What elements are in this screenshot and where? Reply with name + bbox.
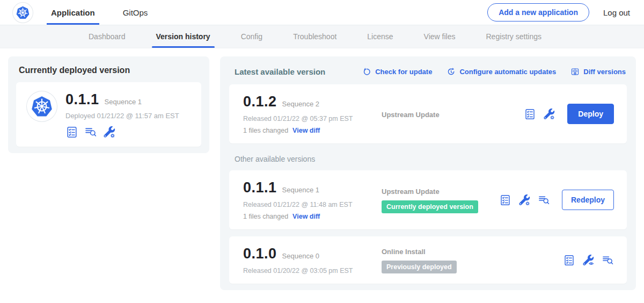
deployed-version-card: 0.1.1 Sequence 1 Deployed 01/21/22 @ 11:…: [16, 82, 201, 147]
sequence-label: Sequence 1: [282, 186, 319, 194]
view-config-icon[interactable]: [582, 254, 595, 266]
deployed-version-number: 0.1.1: [65, 91, 99, 108]
currently-deployed-panel: Currently deployed version 0.1.1 Sequenc…: [8, 56, 209, 153]
diff-versions-link[interactable]: Diff versions: [570, 67, 626, 76]
available-versions-panel: Latest available version Check for updat…: [220, 56, 636, 290]
released-timestamp: Released 01/21/22 @ 05:37 pm EST: [243, 115, 382, 122]
files-changed-label: 1 files changed: [243, 127, 288, 134]
deployed-panel-title: Currently deployed version: [16, 66, 201, 82]
clock-refresh-icon: [447, 67, 456, 76]
logout-button[interactable]: Log out: [603, 8, 630, 17]
redeploy-button[interactable]: Redeploy: [562, 190, 614, 210]
currently-deployed-badge: Currently deployed version: [382, 200, 478, 213]
view-diff-link[interactable]: View diff: [292, 127, 320, 134]
edit-config-icon[interactable]: [543, 108, 555, 120]
released-timestamp: Released 01/21/22 @ 11:48 am EST: [243, 201, 382, 208]
released-timestamp: Released 01/20/22 @ 03:05 pm EST: [243, 267, 382, 275]
version-number: 0.1.0: [243, 246, 277, 262]
other-available-versions-title: Other available versions: [235, 155, 627, 163]
view-logs-icon[interactable]: [602, 254, 614, 266]
kubernetes-logo-icon: [15, 5, 31, 20]
sequence-label: Sequence 2: [282, 100, 319, 108]
edit-config-icon[interactable]: [103, 126, 116, 139]
deploy-button[interactable]: Deploy: [567, 104, 614, 124]
version-number: 0.1.2: [243, 93, 277, 110]
version-number: 0.1.1: [243, 179, 277, 196]
tab-application[interactable]: Application: [49, 0, 97, 25]
edit-config-icon[interactable]: [518, 194, 531, 206]
refresh-icon: [362, 67, 371, 76]
version-source-label: Upstream Update: [382, 187, 499, 196]
previously-deployed-badge: Previously deployed: [382, 261, 457, 273]
view-logs-icon[interactable]: [84, 126, 97, 139]
tab-gitops[interactable]: GitOps: [121, 0, 150, 25]
subtab-view-files[interactable]: View files: [424, 25, 456, 48]
version-card-0-1-2: 0.1.2 Sequence 2 Released 01/21/22 @ 05:…: [229, 84, 627, 143]
files-changed-label: 1 files changed: [243, 213, 288, 220]
version-source-label: Upstream Update: [382, 111, 524, 119]
latest-available-title: Latest available version: [235, 67, 325, 76]
view-diff-link[interactable]: View diff: [292, 213, 320, 220]
kubernetes-app-icon: [30, 94, 54, 119]
sequence-label: Sequence 0: [282, 252, 319, 260]
release-notes-icon[interactable]: [563, 254, 575, 266]
view-logs-icon[interactable]: [538, 194, 550, 206]
version-source-label: Online Install: [382, 248, 563, 256]
top-navbar: Application GitOps Add a new application…: [0, 0, 644, 25]
subtab-version-history[interactable]: Version history: [156, 25, 210, 48]
diff-icon: [570, 67, 580, 76]
subtab-license[interactable]: License: [367, 25, 393, 48]
deployed-timestamp: Deployed 01/21/22 @ 11:57 am EST: [65, 112, 179, 120]
deployed-sequence-label: Sequence 1: [105, 98, 142, 106]
main-content: Currently deployed version 0.1.1 Sequenc…: [0, 48, 644, 298]
app-logo[interactable]: [13, 0, 33, 25]
subtab-dashboard[interactable]: Dashboard: [89, 25, 126, 48]
app-subnav: Dashboard Version history Config Trouble…: [0, 25, 644, 48]
release-notes-icon[interactable]: [65, 126, 78, 139]
subtab-config[interactable]: Config: [241, 25, 262, 48]
version-card-0-1-1: 0.1.1 Sequence 1 Released 01/21/22 @ 11:…: [229, 170, 627, 229]
subtab-registry-settings[interactable]: Registry settings: [486, 25, 541, 48]
version-card-0-1-0: 0.1.0 Sequence 0 Released 01/20/22 @ 03:…: [229, 236, 627, 284]
configure-automatic-updates-link[interactable]: Configure automatic updates: [447, 67, 556, 76]
check-for-update-link[interactable]: Check for update: [362, 67, 432, 76]
release-notes-icon[interactable]: [524, 108, 536, 120]
add-application-button[interactable]: Add a new application: [487, 3, 589, 21]
subtab-troubleshoot[interactable]: Troubleshoot: [293, 25, 336, 48]
release-notes-icon[interactable]: [499, 194, 511, 206]
